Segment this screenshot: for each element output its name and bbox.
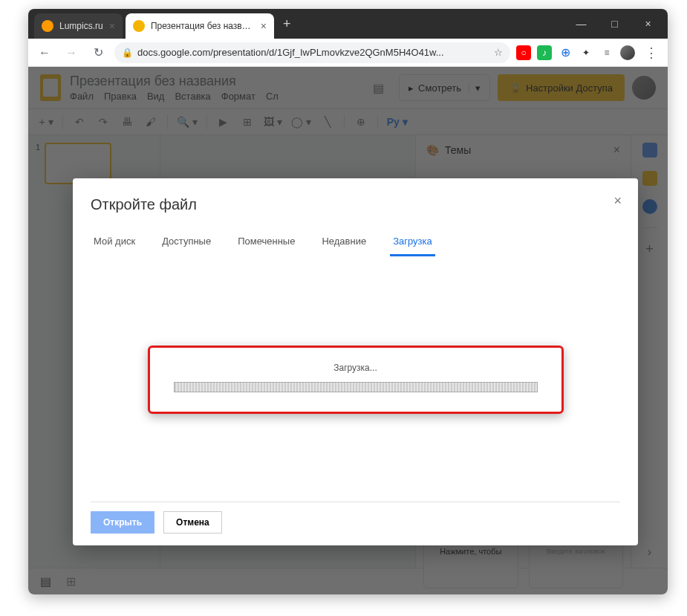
loading-text: Загрузка... — [174, 363, 538, 373]
reading-list-icon[interactable]: ≡ — [599, 45, 614, 60]
kebab-menu[interactable]: ⋮ — [641, 42, 662, 63]
open-button[interactable]: Открыть — [91, 511, 154, 534]
modal-tabs: Мой диск Доступные Помеченные Недавние З… — [91, 228, 620, 257]
window-controls: — □ × — [564, 9, 665, 39]
titlebar: Lumpics.ru × Презентация без названия - … — [28, 9, 668, 39]
maximize-button[interactable]: □ — [598, 9, 631, 39]
open-file-modal: Откройте файл × Мой диск Доступные Помеч… — [73, 178, 638, 545]
loading-box: Загрузка... — [148, 346, 564, 414]
favicon — [42, 20, 53, 32]
extensions-button[interactable]: ✦ — [579, 45, 593, 60]
tab-shared[interactable]: Доступные — [159, 228, 214, 256]
tab-title: Презентация без названия - Go — [151, 21, 255, 31]
close-icon[interactable]: × — [261, 20, 267, 32]
back-button[interactable]: ← — [34, 42, 55, 63]
progress-bar — [174, 382, 538, 392]
url-text: docs.google.com/presentation/d/1Gjf_IwPL… — [137, 47, 489, 58]
modal-footer: Открыть Отмена — [91, 502, 620, 534]
extension-icon[interactable]: ○ — [516, 45, 531, 60]
address-bar: ← → ↻ 🔒 docs.google.com/presentation/d/1… — [28, 39, 668, 67]
browser-tab[interactable]: Lumpics.ru × — [34, 13, 123, 39]
browser-tab-active[interactable]: Презентация без названия - Go × — [126, 13, 274, 39]
close-icon[interactable]: × — [109, 20, 115, 32]
close-button[interactable]: × — [631, 9, 665, 39]
tab-recent[interactable]: Недавние — [319, 228, 369, 256]
url-input[interactable]: 🔒 docs.google.com/presentation/d/1Gjf_Iw… — [114, 42, 510, 63]
favicon — [133, 20, 145, 32]
bookmark-icon[interactable]: ☆ — [494, 47, 503, 58]
forward-button[interactable]: → — [61, 42, 82, 63]
modal-body: Загрузка... — [91, 257, 620, 502]
tab-upload[interactable]: Загрузка — [390, 228, 435, 256]
close-icon[interactable]: × — [613, 193, 622, 209]
lock-icon: 🔒 — [122, 48, 133, 58]
minimize-button[interactable]: — — [564, 9, 598, 39]
tab-title: Lumpics.ru — [59, 21, 103, 31]
extension-icon[interactable]: ⊕ — [558, 45, 573, 60]
tab-my-drive[interactable]: Мой диск — [91, 228, 138, 256]
reload-button[interactable]: ↻ — [88, 42, 108, 63]
browser-window: Lumpics.ru × Презентация без названия - … — [28, 9, 668, 594]
app-area: Презентация без названия Файл Правка Вид… — [28, 67, 668, 594]
tab-starred[interactable]: Помеченные — [235, 228, 298, 256]
profile-avatar[interactable] — [620, 45, 635, 60]
new-tab-button[interactable]: + — [274, 16, 300, 32]
modal-title: Откройте файл — [91, 196, 620, 213]
extension-icon[interactable]: ♪ — [537, 45, 552, 60]
cancel-button[interactable]: Отмена — [163, 511, 222, 534]
